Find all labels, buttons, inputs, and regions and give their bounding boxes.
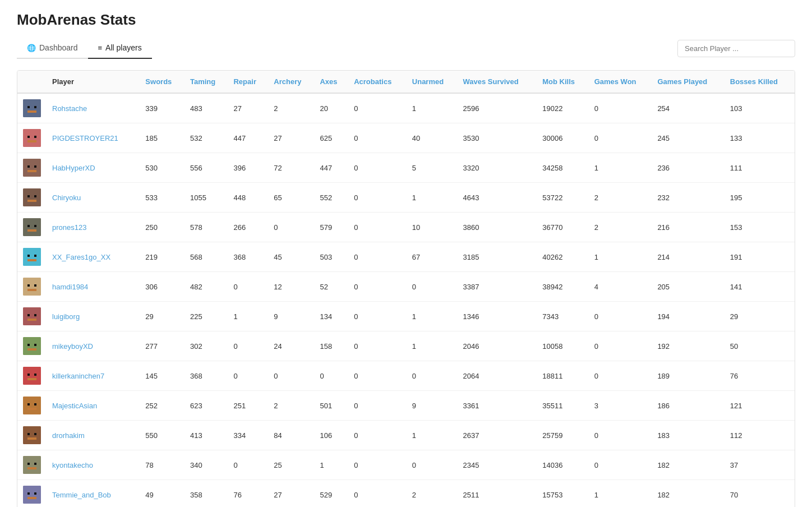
svg-rect-27 — [27, 289, 36, 291]
tab-all-players-label: All players — [105, 43, 142, 52]
stat-axes: 579 — [314, 213, 348, 242]
stat-waves_survived: 2345 — [458, 450, 537, 480]
stat-unarmed: 9 — [407, 391, 458, 421]
col-header-swords[interactable]: Swords — [140, 71, 184, 93]
svg-rect-31 — [27, 319, 36, 321]
svg-rect-12 — [23, 188, 41, 206]
svg-rect-10 — [34, 165, 36, 168]
stat-games_won: 0 — [589, 331, 652, 361]
stat-mob_kills: 53722 — [537, 183, 588, 213]
stat-mob_kills: 36770 — [537, 213, 588, 242]
stat-archery: 27 — [268, 480, 314, 508]
player-name-link[interactable]: luigiborg — [52, 312, 80, 321]
tab-dashboard[interactable]: 🌐 Dashboard — [17, 38, 88, 59]
stat-acrobatics: 0 — [348, 123, 407, 153]
stat-acrobatics: 0 — [348, 331, 407, 361]
player-name-cell: Chiryoku — [47, 183, 140, 213]
stat-waves_survived: 3860 — [458, 213, 537, 242]
stat-games_won: 0 — [589, 302, 652, 331]
stat-acrobatics: 0 — [348, 93, 407, 123]
player-name-link[interactable]: killerkaninchen7 — [52, 372, 104, 380]
svg-rect-36 — [23, 367, 41, 385]
svg-rect-28 — [23, 307, 41, 325]
stat-games_played: 254 — [652, 93, 724, 123]
avatar — [23, 99, 41, 117]
player-name-link[interactable]: MajesticAsian — [52, 402, 97, 410]
col-header-acrobatics[interactable]: Acrobatics — [348, 71, 407, 93]
search-input[interactable] — [677, 40, 795, 57]
player-avatar-cell — [17, 391, 47, 421]
player-name-cell: prones123 — [47, 213, 140, 242]
player-name-link[interactable]: kyontakecho — [52, 461, 93, 469]
svg-rect-11 — [27, 170, 36, 172]
svg-rect-42 — [34, 403, 36, 405]
player-name-link[interactable]: hamdi1984 — [52, 283, 88, 291]
avatar — [23, 159, 41, 177]
stat-games_won: 0 — [589, 450, 652, 480]
col-header-archery[interactable]: Archery — [268, 71, 314, 93]
table-row: Temmie_and_Bob49358762752902251115753118… — [17, 480, 795, 508]
stat-taming: 482 — [184, 272, 228, 302]
stat-waves_survived: 2637 — [458, 421, 537, 450]
avatar — [23, 397, 41, 414]
col-header-waves-survived[interactable]: Waves Survived — [458, 71, 537, 93]
stat-swords: 550 — [140, 421, 184, 450]
globe-icon: 🌐 — [27, 44, 36, 52]
stat-unarmed: 1 — [407, 183, 458, 213]
stat-unarmed: 0 — [407, 361, 458, 391]
stat-repair: 266 — [228, 213, 268, 242]
stat-taming: 483 — [184, 93, 228, 123]
stat-games_played: 182 — [652, 450, 724, 480]
stat-waves_survived: 2046 — [458, 331, 537, 361]
col-header-mob-kills[interactable]: Mob Kills — [537, 71, 588, 93]
svg-rect-26 — [34, 284, 36, 287]
stat-axes: 625 — [314, 123, 348, 153]
stat-bosses_killed: 195 — [725, 183, 795, 213]
svg-rect-21 — [27, 255, 30, 257]
player-name-link[interactable]: PIGDESTROYER21 — [52, 134, 118, 142]
stat-acrobatics: 0 — [348, 421, 407, 450]
stat-bosses_killed: 111 — [725, 153, 795, 183]
player-name-link[interactable]: Rohstache — [52, 104, 87, 113]
avatar — [23, 367, 41, 385]
col-header-axes[interactable]: Axes — [314, 71, 348, 93]
stat-repair: 448 — [228, 183, 268, 213]
stat-waves_survived: 4643 — [458, 183, 537, 213]
svg-rect-40 — [23, 397, 41, 414]
col-header-games-played[interactable]: Games Played — [652, 71, 724, 93]
col-header-taming[interactable]: Taming — [184, 71, 228, 93]
stat-swords: 78 — [140, 450, 184, 480]
avatar — [23, 129, 41, 147]
player-name-link[interactable]: Temmie_and_Bob — [52, 491, 111, 499]
stat-mob_kills: 38942 — [537, 272, 588, 302]
stat-axes: 552 — [314, 183, 348, 213]
stat-archery: 65 — [268, 183, 314, 213]
svg-rect-37 — [27, 374, 30, 376]
player-name-link[interactable]: HabHyperXD — [52, 164, 95, 172]
col-header-repair[interactable]: Repair — [228, 71, 268, 93]
stat-games_won: 0 — [589, 123, 652, 153]
stat-mob_kills: 10058 — [537, 331, 588, 361]
player-name-cell: MajesticAsian — [47, 391, 140, 421]
player-avatar-cell — [17, 302, 47, 331]
stat-swords: 533 — [140, 183, 184, 213]
col-header-bosses-killed[interactable]: Bosses Killed — [725, 71, 795, 93]
tab-all-players[interactable]: ≡ All players — [88, 38, 152, 59]
player-name-link[interactable]: Chiryoku — [52, 193, 81, 202]
stat-taming: 302 — [184, 331, 228, 361]
svg-rect-52 — [23, 486, 41, 504]
col-header-unarmed[interactable]: Unarmed — [407, 71, 458, 93]
player-name-link[interactable]: drorhakim — [52, 431, 85, 440]
stat-waves_survived: 3387 — [458, 272, 537, 302]
svg-rect-33 — [27, 344, 30, 346]
player-name-link[interactable]: prones123 — [52, 223, 86, 232]
stat-games_played: 232 — [652, 183, 724, 213]
stat-axes: 503 — [314, 242, 348, 272]
player-name-link[interactable]: XX_Fares1go_XX — [52, 253, 110, 261]
stat-games_played: 245 — [652, 123, 724, 153]
col-header-games-won[interactable]: Games Won — [589, 71, 652, 93]
svg-rect-1 — [27, 106, 30, 108]
svg-rect-32 — [23, 337, 41, 355]
player-name-link[interactable]: mikeyboyXD — [52, 342, 93, 351]
stat-bosses_killed: 141 — [725, 272, 795, 302]
